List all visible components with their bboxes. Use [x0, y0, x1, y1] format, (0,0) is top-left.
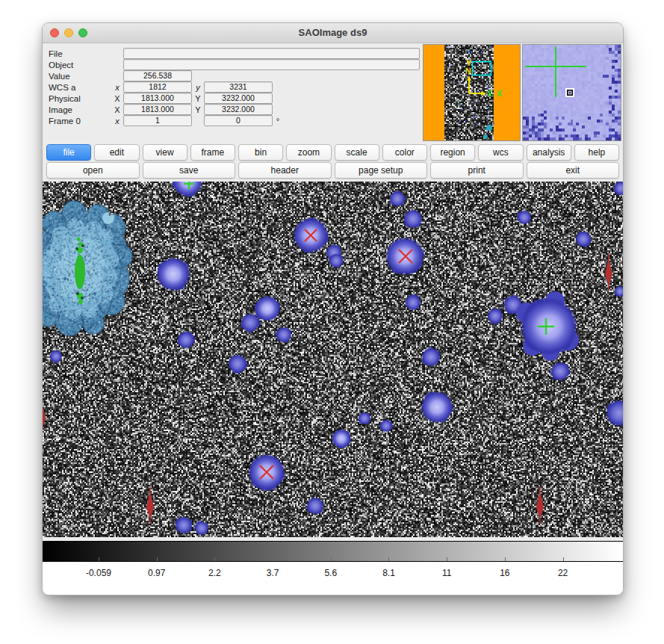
info-row-image: ImageX1813.000Y3232.000 — [47, 104, 283, 115]
info-label-frame-0: Frame 0 — [47, 117, 111, 126]
info-field-object-0[interactable] — [123, 59, 420, 70]
menu-button-region[interactable]: region — [430, 144, 475, 161]
magnifier-overlay-canvas — [523, 45, 621, 140]
menu-button-analysis[interactable]: analysis — [527, 144, 571, 161]
colorbar-tick-label: 0.97 — [148, 568, 165, 578]
info-sublabel-wcs-a-4: y — [192, 83, 204, 92]
colorbar-tick — [388, 557, 389, 561]
info-field-frame-0-1[interactable]: 0 — [204, 115, 273, 126]
info-field-physical-1[interactable]: 3232.000 — [204, 93, 273, 104]
menu-button-edit[interactable]: edit — [94, 144, 139, 161]
info-label-object: Object — [47, 61, 111, 69]
info-label-file: File — [47, 49, 111, 58]
menu-button-exit[interactable]: exit — [527, 162, 620, 179]
desktop-background: SAOImage ds9 FileObjectValue256.538WCS a… — [0, 0, 664, 644]
main-image-canvas[interactable] — [43, 182, 623, 537]
info-field-wcs-a-1[interactable]: 3231 — [204, 81, 273, 93]
menu-button-color[interactable]: color — [382, 144, 427, 161]
panner-box[interactable] — [423, 44, 521, 141]
colorbar-tick-label: 22 — [558, 568, 568, 578]
menu-button-help[interactable]: help — [574, 144, 619, 161]
colorbar-tick — [273, 557, 273, 561]
colorbar-tick-label: 3.7 — [267, 568, 279, 578]
menu-button-zoom[interactable]: zoom — [286, 144, 331, 161]
info-field-frame-0-0[interactable]: 1 — [123, 115, 192, 126]
info-field-image-1[interactable]: 3232.000 — [204, 104, 273, 115]
info-field-value-0[interactable]: 256.538 — [123, 70, 192, 81]
colorbar-tick — [214, 557, 215, 561]
magnifier-box — [522, 44, 621, 141]
menu-button-print[interactable]: print — [430, 162, 524, 179]
colorbar-tick — [447, 557, 447, 561]
menu-button-save[interactable]: save — [143, 162, 236, 179]
info-row-wcs-a: WCS ax1812y3231 — [47, 81, 283, 93]
info-field-file-0[interactable] — [123, 48, 420, 59]
colorbar-tick-label: 2.2 — [208, 568, 221, 578]
info-field-wcs-a-0[interactable]: 1812 — [123, 81, 192, 93]
menu-button-header[interactable]: header — [238, 162, 332, 179]
info-label-image: Image — [47, 105, 111, 114]
colorbar-tick-label: 16 — [500, 568, 509, 578]
panner-canvas[interactable] — [423, 45, 520, 140]
info-sublabel-image-4: Y — [192, 105, 204, 114]
colorbar-tick — [331, 557, 332, 561]
info-field-image-0[interactable]: 1813.000 — [123, 104, 192, 115]
colorbar-labels: -0.0590.972.23.75.68.1111622 — [43, 568, 623, 583]
info-row-object: Object — [47, 59, 283, 70]
colorbar-tick-label: 11 — [442, 568, 451, 578]
colorbar-tick-label: -0.059 — [86, 568, 111, 578]
info-label-wcs-a: WCS a — [47, 83, 111, 92]
colorbar-tick-label: 5.6 — [324, 568, 337, 578]
info-sublabel-image-2: X — [111, 105, 123, 114]
menu-button-bin[interactable]: bin — [238, 144, 283, 161]
menu-button-row: fileeditviewframebinzoomscalecolorregion… — [43, 142, 623, 161]
window-title: SAOImage ds9 — [43, 27, 623, 38]
info-rows: FileObjectValue256.538WCS ax1812y3231Phy… — [47, 48, 283, 126]
menu-button-frame[interactable]: frame — [190, 144, 235, 161]
degree-symbol: ° — [273, 117, 283, 126]
info-label-value: Value — [47, 72, 111, 81]
info-label-physical: Physical — [47, 94, 111, 103]
colorbar[interactable] — [43, 541, 623, 562]
titlebar[interactable]: SAOImage ds9 — [43, 23, 623, 43]
info-sublabel-physical-2: X — [111, 94, 123, 103]
info-row-value: Value256.538 — [47, 70, 283, 81]
info-row-file: File — [47, 48, 283, 59]
file-button-row: opensaveheaderpage setupprintexit — [43, 161, 623, 182]
colorbar-tick — [99, 557, 99, 561]
image-display-area — [43, 182, 623, 537]
colorbar-tick — [157, 557, 158, 561]
info-row-physical: PhysicalX1813.000Y3232.000 — [47, 93, 283, 104]
colorbar-tick — [505, 557, 506, 561]
menu-button-page-setup[interactable]: page setup — [335, 162, 428, 179]
menu-button-file[interactable]: file — [46, 144, 91, 161]
colorbar-tick — [563, 557, 564, 561]
menu-button-view[interactable]: view — [143, 144, 187, 161]
menu-button-open[interactable]: open — [46, 162, 140, 179]
info-panel: FileObjectValue256.538WCS ax1812y3231Phy… — [43, 43, 623, 142]
info-row-frame-0: Frame 0x10° — [47, 115, 283, 126]
info-sublabel-frame-0-2: x — [111, 117, 123, 126]
menu-button-wcs[interactable]: wcs — [478, 144, 523, 161]
menu-button-scale[interactable]: scale — [335, 144, 379, 161]
info-sublabel-wcs-a-2: x — [111, 83, 123, 92]
info-field-physical-0[interactable]: 1813.000 — [123, 93, 192, 104]
colorbar-strip: -0.0590.972.23.75.68.1111622 — [43, 541, 623, 595]
ds9-window: SAOImage ds9 FileObjectValue256.538WCS a… — [42, 22, 624, 595]
colorbar-tick-label: 8.1 — [382, 568, 395, 578]
info-sublabel-physical-4: Y — [192, 94, 204, 103]
